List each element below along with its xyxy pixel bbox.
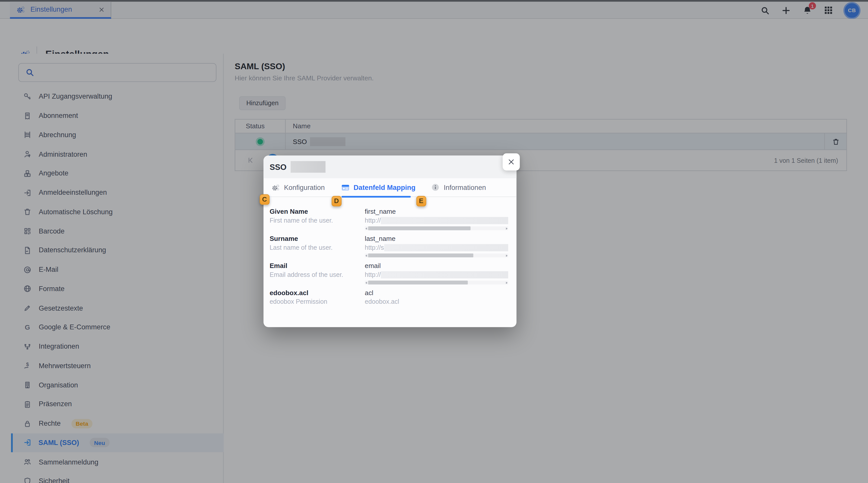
mapping-url[interactable]: http:// xyxy=(365,217,508,224)
mapping-row-email: EmailEmail address of the user.emailhttp… xyxy=(270,262,517,289)
app-stage: Einstellungen 1 CB Einstellungen xyxy=(0,0,868,483)
horizontal-scrollbar[interactable] xyxy=(365,226,508,230)
modal-tab-label: Datenfeld Mapping xyxy=(353,184,415,191)
horizontal-scrollbar[interactable] xyxy=(365,254,508,257)
gears-icon xyxy=(271,183,280,192)
modal-tab-informationen[interactable]: Informationen xyxy=(432,183,486,192)
modal-tab-label: Konfiguration xyxy=(284,184,325,191)
modal-title: SSO xyxy=(270,163,286,171)
mapping-value: first_name xyxy=(365,208,508,216)
modal-close-button[interactable] xyxy=(503,153,520,171)
mapping-label: Email xyxy=(270,262,365,270)
redacted-url-block xyxy=(381,217,508,224)
mapping-label: Given Name xyxy=(270,208,365,216)
idcard-icon xyxy=(341,183,350,192)
scroll-left-arrow-icon[interactable] xyxy=(365,227,367,229)
scrollbar-thumb[interactable] xyxy=(368,254,473,257)
scroll-right-arrow-icon[interactable] xyxy=(506,227,508,229)
redacted-url-block xyxy=(384,244,508,251)
mapping-row-first_name: Given NameFirst name of the user.first_n… xyxy=(270,208,517,235)
scrollbar-thumb[interactable] xyxy=(368,226,471,230)
mapping-description: edoobox Permission xyxy=(270,298,365,305)
mapping-url[interactable]: http:// xyxy=(365,271,508,279)
screenshot-viewport: Einstellungen 1 CB Einstellungen xyxy=(0,0,868,483)
modal-header: SSO xyxy=(264,155,517,178)
modal-tabs: KonfigurationDatenfeld MappingInformatio… xyxy=(264,178,517,197)
scroll-right-arrow-icon[interactable] xyxy=(506,254,508,257)
mapping-description: Last name of the user. xyxy=(270,244,365,251)
mapping-description: First name of the user. xyxy=(270,217,365,224)
mapping-value: last_name xyxy=(365,235,508,243)
annotation-marker-e: E xyxy=(416,196,426,206)
info-icon xyxy=(432,183,440,192)
modal-tab-konfiguration[interactable]: Konfiguration xyxy=(271,183,325,192)
modal-tab-label: Informationen xyxy=(444,184,486,191)
url-prefix: http:// xyxy=(365,271,381,278)
active-tab-underline xyxy=(342,196,411,198)
sso-provider-modal: SSO KonfigurationDatenfeld MappingInform… xyxy=(264,155,517,327)
url-prefix: http:// xyxy=(365,217,381,224)
annotation-marker-d: D xyxy=(332,196,341,206)
scroll-left-arrow-icon[interactable] xyxy=(365,254,367,257)
mapping-row-last_name: SurnameLast name of the user.last_nameht… xyxy=(270,235,517,262)
mapping-fields: Given NameFirst name of the user.first_n… xyxy=(264,197,517,316)
redacted-title-block xyxy=(290,161,326,173)
mapping-description: Email address of the user. xyxy=(270,271,365,278)
scroll-left-arrow-icon[interactable] xyxy=(365,282,367,284)
mapping-value: acl xyxy=(365,289,508,297)
modal-tab-datenfeld-mapping[interactable]: Datenfeld Mapping xyxy=(341,183,415,192)
url-prefix: http://s xyxy=(365,244,384,251)
redacted-url-block xyxy=(381,271,508,278)
annotation-marker-c: C xyxy=(260,194,269,204)
horizontal-scrollbar[interactable] xyxy=(365,281,508,285)
scrollbar-thumb[interactable] xyxy=(368,281,468,285)
mapping-label: Surname xyxy=(270,235,365,243)
mapping-url[interactable]: http://s xyxy=(365,244,508,252)
mapping-sub-value: edoobox.acl xyxy=(365,298,508,305)
scroll-right-arrow-icon[interactable] xyxy=(506,282,508,284)
mapping-value: email xyxy=(365,262,508,270)
mapping-row-acl: edoobox.acledoobox Permissionacledoobox.… xyxy=(270,289,517,316)
mapping-label: edoobox.acl xyxy=(270,289,365,297)
